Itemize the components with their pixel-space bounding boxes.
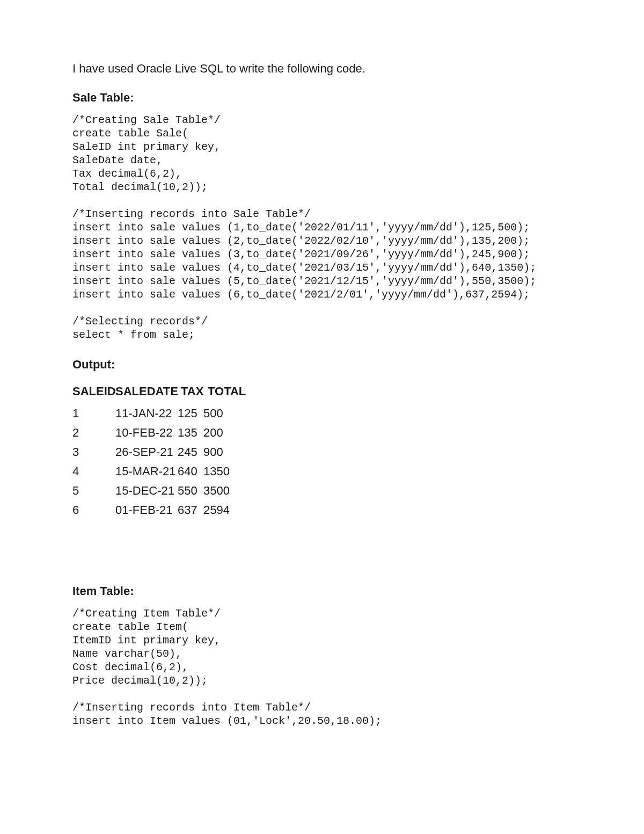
cell-total: 500 (203, 404, 236, 423)
cell-date: 11-JAN-22 (115, 404, 178, 423)
table-row: 601-FEB-216372594 (72, 501, 572, 520)
spacer (72, 520, 572, 584)
cell-total: 200 (203, 423, 236, 443)
cell-id: 5 (72, 481, 115, 501)
cell-tax: 640 (178, 462, 203, 481)
cell-id: 4 (72, 462, 115, 481)
sale-table-heading: Sale Table: (72, 91, 572, 105)
cell-tax: 550 (178, 481, 203, 501)
cell-id: 3 (72, 443, 115, 462)
col-tax: TAX (181, 385, 208, 398)
cell-id: 2 (72, 423, 115, 443)
cell-tax: 637 (178, 501, 203, 520)
cell-date: 01-FEB-21 (115, 501, 178, 520)
cell-total: 3500 (203, 481, 236, 501)
cell-tax: 245 (178, 443, 203, 462)
cell-total: 900 (203, 443, 236, 462)
output-heading: Output: (72, 358, 572, 372)
col-total: TOTAL (208, 385, 246, 398)
cell-date: 10-FEB-22 (115, 423, 178, 443)
output-table-body: 111-JAN-22125500 210-FEB-22135200 326-SE… (72, 404, 572, 520)
cell-date: 26-SEP-21 (115, 443, 178, 462)
document-page: I have used Oracle Live SQL to write the… (0, 0, 644, 834)
table-row: 515-DEC-215503500 (72, 481, 572, 501)
table-row: 210-FEB-22135200 (72, 423, 572, 443)
cell-tax: 135 (178, 423, 203, 443)
cell-total: 2594 (203, 501, 236, 520)
cell-date: 15-DEC-21 (115, 481, 178, 501)
cell-id: 1 (72, 404, 115, 423)
output-table-header: SALEIDSALEDATETAXTOTAL (72, 385, 572, 398)
table-row: 415-MAR-216401350 (72, 462, 572, 481)
table-row: 326-SEP-21245900 (72, 443, 572, 462)
item-table-code: /*Creating Item Table*/ create table Ite… (72, 607, 572, 728)
cell-total: 1350 (203, 462, 236, 481)
col-saleid: SALEID (72, 385, 115, 398)
sale-table-code: /*Creating Sale Table*/ create table Sal… (72, 113, 572, 342)
intro-text: I have used Oracle Live SQL to write the… (72, 62, 572, 76)
cell-date: 15-MAR-21 (115, 462, 178, 481)
cell-tax: 125 (178, 404, 203, 423)
col-saledate: SALEDATE (115, 385, 181, 398)
cell-id: 6 (72, 501, 115, 520)
table-row: 111-JAN-22125500 (72, 404, 572, 423)
item-table-heading: Item Table: (72, 584, 572, 598)
